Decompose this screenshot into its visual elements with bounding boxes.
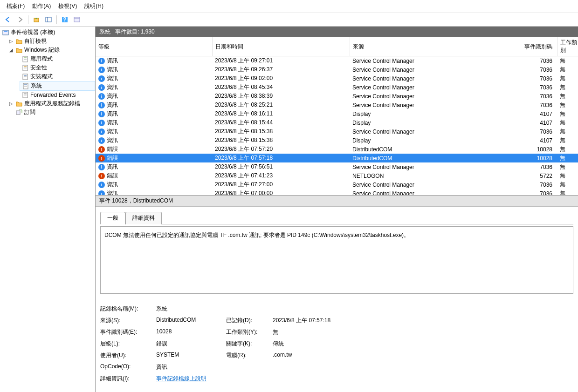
event-level: 資訊 bbox=[107, 57, 118, 65]
expand-icon[interactable]: ▷ bbox=[8, 101, 14, 107]
menu-help[interactable]: 說明(H) bbox=[81, 1, 107, 11]
tab-details[interactable]: 詳細資料 bbox=[125, 212, 162, 224]
tree-root[interactable]: 事件檢視器 (本機) bbox=[0, 28, 95, 37]
collapse-icon[interactable]: ◢ bbox=[8, 47, 14, 53]
tab-general[interactable]: 一般 bbox=[100, 212, 125, 224]
event-row[interactable]: !錯誤2023/6/8 上午 07:41:23NETLOGON5722無 bbox=[96, 171, 578, 180]
forward-button[interactable] bbox=[15, 14, 25, 25]
column-header-row[interactable]: 等級 日期和時間 來源 事件識別碼 工作類別 bbox=[96, 37, 578, 56]
log-icon bbox=[21, 55, 29, 63]
svg-rect-7 bbox=[3, 30, 8, 35]
event-row[interactable]: i資訊2023/6/8 上午 09:26:37Service Control M… bbox=[96, 65, 578, 74]
event-id: 4107 bbox=[506, 109, 557, 118]
event-row[interactable]: i資訊2023/6/8 上午 08:25:21Service Control M… bbox=[96, 101, 578, 109]
event-datetime: 2023/6/8 上午 07:57:20 bbox=[212, 145, 350, 154]
tree-label: 應用程式 bbox=[30, 55, 53, 63]
event-row[interactable]: !錯誤2023/6/8 上午 07:57:20DistributedCOM100… bbox=[96, 145, 578, 154]
event-datetime: 2023/6/8 上午 09:27:01 bbox=[212, 56, 350, 66]
expand-icon[interactable]: ▷ bbox=[8, 39, 14, 44]
folder-icon bbox=[15, 38, 23, 45]
event-id: 7036 bbox=[506, 101, 557, 109]
properties-button[interactable] bbox=[72, 14, 82, 25]
col-level[interactable]: 等級 bbox=[96, 37, 212, 56]
event-task: 無 bbox=[557, 65, 578, 74]
event-row[interactable]: i資訊2023/6/8 上午 08:15:38Service Control M… bbox=[96, 127, 578, 136]
event-task: 無 bbox=[557, 56, 578, 66]
event-row[interactable]: i資訊2023/6/8 上午 07:00:00Service Control M… bbox=[96, 189, 578, 196]
help-button[interactable]: ? bbox=[60, 14, 70, 25]
event-source: Service Control Manager bbox=[350, 56, 506, 66]
tree-item-application[interactable]: 應用程式 bbox=[20, 54, 95, 63]
event-id: 7036 bbox=[506, 74, 557, 83]
event-source: Display bbox=[350, 109, 506, 118]
tree-custom-views[interactable]: ▷ 自訂檢視 bbox=[7, 37, 95, 46]
tree-label: 自訂檢視 bbox=[24, 37, 47, 45]
prop-source: DistributedCOM bbox=[156, 317, 226, 324]
event-source: NETLOGON bbox=[350, 171, 506, 180]
menu-file[interactable]: 檔案(F) bbox=[3, 1, 28, 11]
event-datetime: 2023/6/8 上午 07:56:51 bbox=[212, 162, 350, 171]
show-hide-tree-button[interactable] bbox=[43, 14, 54, 25]
event-source: Service Control Manager bbox=[350, 127, 506, 136]
eventviewer-icon bbox=[2, 29, 9, 36]
col-eventid[interactable]: 事件識別碼 bbox=[506, 37, 557, 56]
event-id: 7036 bbox=[506, 92, 557, 101]
col-task[interactable]: 工作類別 bbox=[557, 37, 578, 56]
event-task: 無 bbox=[557, 101, 578, 109]
menu-bar: 檔案(F) 動作(A) 檢視(V) 說明(H) bbox=[0, 0, 578, 13]
event-id: 10028 bbox=[506, 145, 557, 154]
log-icon bbox=[21, 73, 29, 81]
event-level: 錯誤 bbox=[107, 172, 118, 180]
menu-action[interactable]: 動作(A) bbox=[28, 1, 55, 11]
event-task: 無 bbox=[557, 136, 578, 145]
event-row[interactable]: i資訊2023/6/8 上午 07:56:51Service Control M… bbox=[96, 162, 578, 171]
event-source: Service Control Manager bbox=[350, 92, 506, 101]
tree-item-security[interactable]: 安全性 bbox=[20, 63, 95, 72]
tree-subscriptions[interactable]: 訂閱 bbox=[7, 108, 95, 117]
event-id: 7036 bbox=[506, 83, 557, 92]
event-source: Service Control Manager bbox=[350, 162, 506, 171]
event-row[interactable]: i資訊2023/6/8 上午 07:27:00Service Control M… bbox=[96, 180, 578, 189]
col-date[interactable]: 日期和時間 bbox=[212, 37, 350, 56]
event-id: 7036 bbox=[506, 189, 557, 196]
prop-moreinfo-link[interactable]: 事件記錄檔線上說明 bbox=[156, 375, 206, 383]
event-datetime: 2023/6/8 上午 09:02:00 bbox=[212, 74, 350, 83]
event-datetime: 2023/6/8 上午 07:27:00 bbox=[212, 180, 350, 189]
prop-source-lbl: 來源(S): bbox=[100, 317, 156, 324]
tree-item-setup[interactable]: 安裝程式 bbox=[20, 72, 95, 81]
tree-windows-logs[interactable]: ◢ Windows 記錄 bbox=[7, 46, 95, 54]
back-button[interactable] bbox=[3, 14, 13, 25]
event-row[interactable]: i資訊2023/6/8 上午 09:02:00Service Control M… bbox=[96, 74, 578, 83]
log-icon bbox=[22, 82, 29, 90]
tree-item-system[interactable]: 系統 bbox=[20, 81, 95, 91]
event-row[interactable]: i資訊2023/6/8 上午 08:15:38Display4107無 bbox=[96, 136, 578, 145]
navigation-tree[interactable]: 事件檢視器 (本機) ▷ 自訂檢視 ◢ Windows 記錄 應用程式 bbox=[0, 27, 96, 392]
info-icon: i bbox=[98, 120, 105, 126]
event-level: 資訊 bbox=[107, 101, 118, 109]
event-source: Service Control Manager bbox=[350, 83, 506, 92]
tree-app-services-logs[interactable]: ▷ 應用程式及服務記錄檔 bbox=[7, 99, 95, 108]
info-icon: i bbox=[98, 67, 105, 73]
event-source: Service Control Manager bbox=[350, 101, 506, 109]
event-list[interactable]: 等級 日期和時間 來源 事件識別碼 工作類別 i資訊2023/6/8 上午 09… bbox=[96, 37, 578, 196]
event-datetime: 2023/6/8 上午 09:26:37 bbox=[212, 65, 350, 74]
prop-opcode-lbl: OpCode(O): bbox=[100, 363, 156, 371]
event-row[interactable]: i資訊2023/6/8 上午 09:27:01Service Control M… bbox=[96, 56, 578, 66]
event-task: 無 bbox=[557, 171, 578, 180]
event-datetime: 2023/6/8 上午 08:15:38 bbox=[212, 136, 350, 145]
event-level: 資訊 bbox=[107, 181, 118, 189]
event-level: 資訊 bbox=[107, 189, 118, 196]
event-row[interactable]: i資訊2023/6/8 上午 08:38:39Service Control M… bbox=[96, 92, 578, 101]
event-row[interactable]: i資訊2023/6/8 上午 08:15:44Display4107無 bbox=[96, 118, 578, 127]
menu-view[interactable]: 檢視(V) bbox=[55, 1, 81, 11]
event-id: 5722 bbox=[506, 171, 557, 180]
event-row[interactable]: i資訊2023/6/8 上午 08:16:11Display4107無 bbox=[96, 109, 578, 118]
error-icon: ! bbox=[98, 146, 105, 153]
up-button[interactable] bbox=[31, 14, 41, 25]
detail-pane: 一般 詳細資料 DCOM 無法使用任何已設定的通訊協定與電腦 TF .com.t… bbox=[96, 207, 578, 392]
event-row[interactable]: !錯誤2023/6/8 上午 07:57:18DistributedCOM100… bbox=[96, 154, 578, 162]
info-icon: i bbox=[98, 58, 105, 64]
col-source[interactable]: 來源 bbox=[350, 37, 506, 56]
event-row[interactable]: i資訊2023/6/8 上午 08:45:34Service Control M… bbox=[96, 83, 578, 92]
tree-item-forwarded[interactable]: Forwarded Events bbox=[20, 91, 95, 99]
